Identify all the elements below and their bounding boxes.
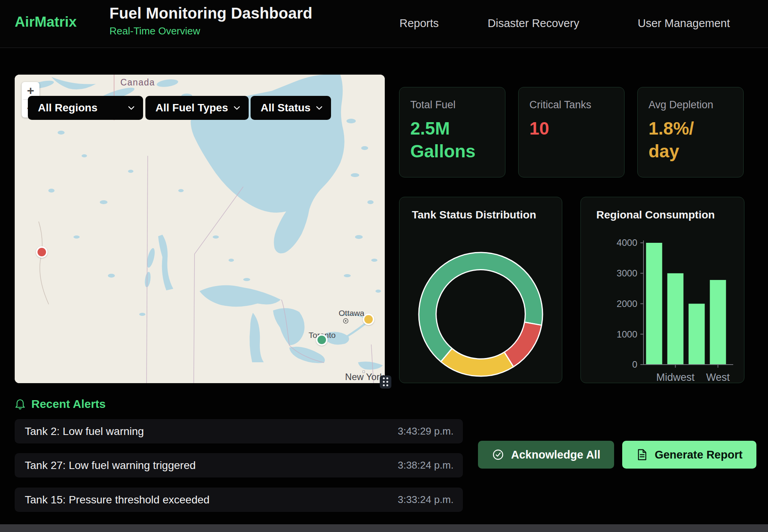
page-title: Fuel Monitoring Dashboard <box>109 5 312 22</box>
alert-timestamp: 3:33:24 p.m. <box>398 494 463 506</box>
page-subtitle: Real-Time Overview <box>109 25 312 37</box>
chevron-down-icon <box>234 106 240 110</box>
alert-text: Tank 15: Pressure threshold exceeded <box>15 494 210 506</box>
status-filter-value: All Status <box>261 102 311 114</box>
alert-text: Tank 2: Low fuel warning <box>15 425 144 438</box>
stat-label: Critical Tanks <box>529 99 613 111</box>
header: AirMatrix Fuel Monitoring Dashboard Real… <box>0 0 768 48</box>
stat-label: Total Fuel <box>410 99 494 111</box>
acknowledge-all-label: Acknowledge All <box>511 448 601 461</box>
bar-3 <box>710 280 726 365</box>
tank-status-donut-chart <box>399 197 563 384</box>
bar-0 <box>646 243 662 365</box>
chevron-down-icon <box>128 106 135 110</box>
region-filter-value: All Regions <box>38 102 97 114</box>
y-tick-label: 1000 <box>617 329 637 339</box>
stat-value: 10 <box>529 117 613 140</box>
stat-value: Gallons <box>410 140 494 163</box>
generate-report-button[interactable]: Generate Report <box>622 441 756 469</box>
stat-value: 2.5M <box>410 117 494 140</box>
map-resize-grip-icon[interactable] <box>380 375 391 389</box>
map-label-new-york: New York <box>345 372 384 382</box>
map-canvas: Canada Toronto Ottawa New York <box>15 75 385 383</box>
x-tick-label: Midwest <box>656 372 695 383</box>
brand-logo[interactable]: AirMatrix <box>15 14 77 30</box>
check-circle-icon <box>492 448 504 461</box>
y-tick-label: 4000 <box>617 237 637 248</box>
nav-user-management[interactable]: User Management <box>638 17 730 30</box>
y-tick-label: 0 <box>632 359 637 370</box>
fuel-type-filter-select[interactable]: All Fuel Types <box>145 96 249 120</box>
bar-2 <box>689 304 705 365</box>
alert-timestamp: 3:43:29 p.m. <box>398 425 463 437</box>
map-label-ottawa: Ottawa <box>339 309 365 317</box>
nav-disaster-recovery[interactable]: Disaster Recovery <box>488 17 579 30</box>
fuel-map[interactable]: Canada Toronto Ottawa New York + − All R… <box>15 75 385 383</box>
alerts-title: Recent Alerts <box>31 397 106 411</box>
tank-status-card: Tank Status Distribution <box>399 197 562 383</box>
document-icon <box>636 448 648 461</box>
alerts-header: Recent Alerts <box>15 397 106 411</box>
chevron-down-icon <box>316 106 323 110</box>
horizontal-scrollbar[interactable] <box>0 524 768 532</box>
y-tick-label: 3000 <box>617 268 637 278</box>
tank-marker-warning[interactable] <box>363 314 374 325</box>
regional-consumption-card: Regional Consumption 01000200030004000Mi… <box>580 197 744 383</box>
x-tick-label: West <box>706 372 730 383</box>
nav-reports[interactable]: Reports <box>399 17 439 30</box>
tank-marker-critical[interactable] <box>36 246 48 258</box>
alert-timestamp: 3:38:24 p.m. <box>398 459 463 471</box>
alert-row: Tank 2: Low fuel warning 3:43:29 p.m. <box>15 419 463 443</box>
stat-value: 1.8%/ <box>649 117 732 140</box>
donut-segment-yellow <box>441 348 514 376</box>
fuel-type-filter-value: All Fuel Types <box>155 102 228 114</box>
stat-cards: Total Fuel 2.5M Gallons Critical Tanks 1… <box>399 87 744 177</box>
stat-critical-tanks: Critical Tanks 10 <box>518 87 625 177</box>
map-label-canada: Canada <box>120 77 155 87</box>
stat-avg-depletion: Avg Depletion 1.8%/ day <box>637 87 744 177</box>
alert-row: Tank 15: Pressure threshold exceeded 3:3… <box>15 488 463 512</box>
y-tick-label: 2000 <box>617 298 637 309</box>
alert-text: Tank 27: Low fuel warning triggered <box>15 459 196 472</box>
region-filter-select[interactable]: All Regions <box>28 96 143 120</box>
status-filter-select[interactable]: All Status <box>251 96 331 120</box>
bell-icon <box>15 398 26 410</box>
dashboard-page: AirMatrix Fuel Monitoring Dashboard Real… <box>0 0 768 532</box>
regional-consumption-bar-chart: 01000200030004000MidwestWest <box>581 197 745 384</box>
title-block: Fuel Monitoring Dashboard Real-Time Over… <box>109 5 312 37</box>
acknowledge-all-button[interactable]: Acknowledge All <box>478 441 614 469</box>
alert-row: Tank 27: Low fuel warning triggered 3:38… <box>15 453 463 477</box>
tank-marker-normal[interactable] <box>316 334 328 346</box>
generate-report-label: Generate Report <box>655 448 742 461</box>
stat-value: day <box>649 140 732 163</box>
bar-1 <box>667 273 684 365</box>
stat-total-fuel: Total Fuel 2.5M Gallons <box>399 87 505 177</box>
stat-label: Avg Depletion <box>649 99 732 111</box>
